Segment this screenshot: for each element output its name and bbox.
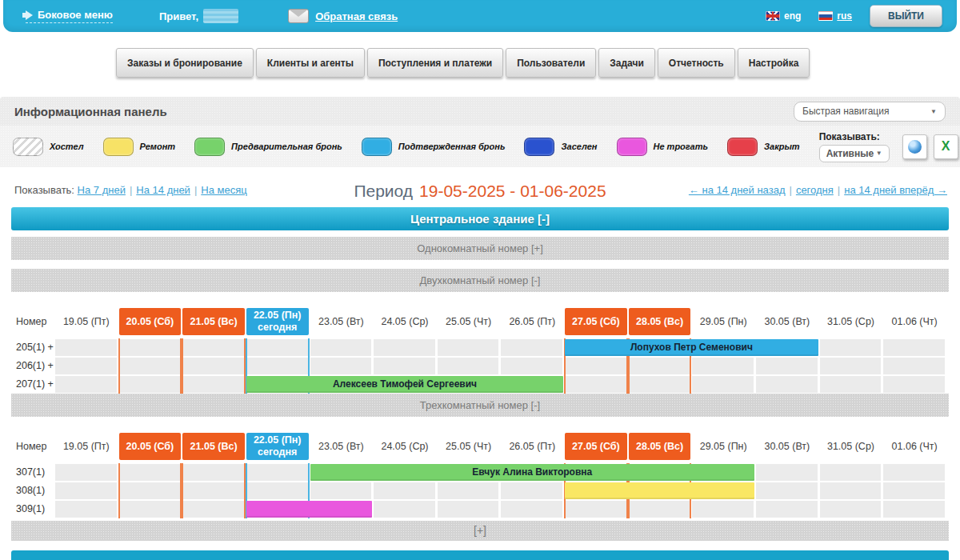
calendar-cell[interactable] <box>438 482 499 499</box>
calendar-cell[interactable] <box>820 358 882 374</box>
calendar-cell[interactable] <box>182 482 244 499</box>
room-label[interactable]: 205(1) + <box>16 338 54 357</box>
calendar-cell[interactable] <box>55 358 117 374</box>
calendar-cell[interactable] <box>310 339 372 356</box>
booking-bar[interactable]: Евчук Алина Викторовна <box>310 464 754 481</box>
calendar-cell[interactable] <box>883 339 945 356</box>
calendar-cell[interactable] <box>883 358 945 374</box>
calendar-cell[interactable] <box>501 358 562 374</box>
calendar-cell[interactable] <box>182 358 244 374</box>
calendar-cell[interactable] <box>246 339 308 356</box>
calendar-cell[interactable] <box>119 376 181 393</box>
calendar-cell[interactable] <box>55 339 117 356</box>
calendar-cell[interactable] <box>629 358 690 374</box>
back-14-days-link[interactable]: ← на 14 дней назад <box>689 184 786 196</box>
calendar-cell[interactable] <box>246 464 308 481</box>
calendar-cell[interactable] <box>756 501 818 518</box>
calendar-cell[interactable] <box>374 339 435 356</box>
room-type-section-bar[interactable]: Однокомнатный номер [+] <box>11 237 949 260</box>
calendar-cell[interactable] <box>438 501 499 518</box>
calendar-cell[interactable] <box>182 501 244 518</box>
calendar-cell[interactable] <box>438 339 499 356</box>
side-menu-toggle[interactable]: Боковое меню <box>26 9 113 23</box>
calendar-cell[interactable] <box>246 358 308 374</box>
calendar-cell[interactable] <box>883 482 945 499</box>
language-rus[interactable]: rus <box>818 10 852 22</box>
calendar-cell[interactable] <box>756 464 818 481</box>
calendar-cell[interactable] <box>182 376 244 393</box>
calendar-cell[interactable] <box>692 501 754 518</box>
language-eng[interactable]: eng <box>766 10 801 22</box>
filter-select[interactable]: Активные <box>819 145 890 162</box>
room-label[interactable]: 307(1) <box>16 463 45 482</box>
calendar-cell[interactable] <box>119 358 181 374</box>
next-building-bar[interactable] <box>11 550 949 560</box>
calendar-cell[interactable] <box>629 501 690 518</box>
calendar-cell[interactable] <box>756 482 818 499</box>
feedback-link[interactable]: Обратная связь <box>315 10 398 22</box>
calendar-cell[interactable] <box>692 358 754 374</box>
calendar-cell[interactable] <box>374 358 435 374</box>
nav-tab[interactable]: Заказы и бронирование <box>116 48 254 78</box>
calendar-cell[interactable] <box>246 482 308 499</box>
calendar-cell[interactable] <box>55 464 117 481</box>
calendar-cell[interactable] <box>55 376 117 393</box>
excel-export-icon[interactable] <box>934 134 958 159</box>
range-link[interactable]: На месяц <box>201 184 246 196</box>
calendar-cell[interactable] <box>119 482 181 499</box>
room-type-section-bar[interactable]: Трехкомнатный номер [-] <box>11 394 949 417</box>
calendar-cell[interactable] <box>820 339 882 356</box>
calendar-cell[interactable] <box>629 376 690 393</box>
calendar-cell[interactable] <box>501 501 562 518</box>
calendar-cell[interactable] <box>374 501 435 518</box>
calendar-cell[interactable] <box>119 464 181 481</box>
nav-tab[interactable]: Задачи <box>598 48 655 78</box>
room-label[interactable]: 308(1) <box>16 482 45 500</box>
calendar-cell[interactable] <box>374 482 435 499</box>
nav-tab[interactable]: Пользователи <box>506 48 596 78</box>
calendar-cell[interactable] <box>501 482 562 499</box>
calendar-cell[interactable] <box>119 501 181 518</box>
booking-bar[interactable] <box>565 482 754 499</box>
calendar-cell[interactable] <box>565 376 626 393</box>
room-label[interactable]: 206(1) + <box>16 357 54 375</box>
calendar-cell[interactable] <box>501 339 562 356</box>
calendar-cell[interactable] <box>820 482 882 499</box>
today-link[interactable]: сегодня <box>796 184 834 196</box>
calendar-cell[interactable] <box>565 501 626 518</box>
nav-tab[interactable]: Поступления и платежи <box>367 48 503 78</box>
calendar-cell[interactable] <box>756 376 818 393</box>
calendar-cell[interactable] <box>119 339 181 356</box>
calendar-cell[interactable] <box>438 358 499 374</box>
calendar-cell[interactable] <box>820 376 882 393</box>
logout-button[interactable]: выйти <box>870 5 942 27</box>
calendar-cell[interactable] <box>182 464 244 481</box>
web-export-icon[interactable] <box>902 134 927 159</box>
calendar-cell[interactable] <box>565 358 626 374</box>
calendar-cell[interactable] <box>883 501 945 518</box>
calendar-cell[interactable] <box>820 501 882 518</box>
calendar-cell[interactable] <box>182 339 244 356</box>
calendar-cell[interactable] <box>55 482 117 499</box>
booking-bar[interactable] <box>246 501 372 518</box>
booking-bar[interactable]: Алексеев Тимофей Сергеевич <box>246 376 563 393</box>
room-type-section-bar[interactable]: Двухкомнатный номер [-] <box>11 269 949 292</box>
calendar-cell[interactable] <box>820 464 882 481</box>
calendar-cell[interactable] <box>883 376 945 393</box>
expand-section-button[interactable]: [+] <box>11 521 949 541</box>
quick-nav-select[interactable]: Быстрая навигация <box>794 102 946 122</box>
calendar-cell[interactable] <box>692 376 754 393</box>
calendar-cell[interactable] <box>310 358 372 374</box>
room-label[interactable]: 207(1) + <box>16 375 54 394</box>
range-link[interactable]: На 14 дней <box>136 184 190 196</box>
range-link[interactable]: На 7 дней <box>78 184 126 196</box>
nav-tab[interactable]: Настройка <box>738 48 810 78</box>
nav-tab[interactable]: Клиенты и агенты <box>256 48 365 78</box>
nav-tab[interactable]: Отчетность <box>658 48 735 78</box>
calendar-cell[interactable] <box>310 482 372 499</box>
room-label[interactable]: 309(1) <box>16 500 45 518</box>
forward-14-days-link[interactable]: на 14 дней вперёд → <box>844 184 947 196</box>
calendar-cell[interactable] <box>883 464 945 481</box>
calendar-cell[interactable] <box>55 501 117 518</box>
building-header[interactable]: Центральное здание [-] <box>11 207 949 230</box>
